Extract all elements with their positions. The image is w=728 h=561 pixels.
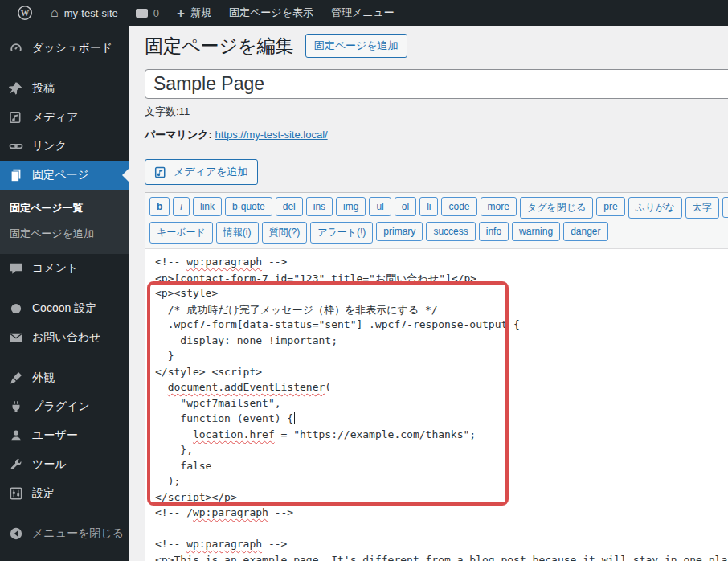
editor-line: <!-- wp:paragraph --> xyxy=(155,256,727,272)
editor-line: function (event) { xyxy=(155,412,727,428)
quicktag-button-タグを閉じる[interactable]: タグを閉じる xyxy=(520,197,593,219)
permalink-row: パーマリンク: https://my-test-site.local/ xyxy=(145,128,728,142)
quicktag-button-li[interactable]: li xyxy=(419,197,438,216)
submenu-item[interactable]: 固定ページを追加 xyxy=(0,221,129,247)
quicktag-button-太字[interactable]: 太字 xyxy=(685,197,719,219)
sidebar-item-label: 投稿 xyxy=(32,81,55,96)
dashboard-icon xyxy=(8,40,24,56)
sidebar-item-media[interactable]: メディア xyxy=(0,103,129,132)
sidebar-item-label: 設定 xyxy=(32,486,55,501)
permalink-link[interactable]: https://my-test-site.local/ xyxy=(215,129,327,141)
sidebar-item-label: リンク xyxy=(32,139,67,154)
sidebar-item-plug[interactable]: プラグイン xyxy=(0,392,129,421)
quicktag-button-ul[interactable]: ul xyxy=(369,197,391,216)
quicktag-button-ins[interactable]: ins xyxy=(306,197,333,216)
add-media-label: メディアを追加 xyxy=(174,165,248,179)
editor-line: .wpcf7-form[data-status="sent"] .wpcf7-r… xyxy=(155,318,727,334)
editor-line: </style> <script> xyxy=(155,366,727,382)
quicktag-button-ふりがな[interactable]: ふりがな xyxy=(628,197,682,219)
quicktag-button-pre[interactable]: pre xyxy=(596,197,624,216)
sidebar-item-label: ユーザー xyxy=(32,428,78,443)
quicktag-button-primary[interactable]: primary xyxy=(376,222,423,241)
sidebar-item-settings[interactable]: 設定 xyxy=(0,479,129,508)
admin-bar-admin-menu[interactable]: 管理メニュー xyxy=(322,0,403,26)
quicktag-button-img[interactable]: img xyxy=(336,197,366,216)
toolbar-row-1: bilinkb-quotedelinsimgulollicodemoreタグを閉… xyxy=(149,195,728,220)
comment-icon xyxy=(8,260,24,276)
add-page-button[interactable]: 固定ページを追加 xyxy=(305,34,407,58)
quicktag-button-b[interactable]: b xyxy=(149,197,170,216)
text-editor: bilinkb-quotedelinsimgulollicodemoreタグを閉… xyxy=(145,192,728,561)
sidebar-item-pushpin[interactable]: 投稿 xyxy=(0,74,129,103)
quicktag-button-code[interactable]: code xyxy=(441,197,476,216)
editor-line: <p>This is an example page. It's differe… xyxy=(155,554,727,561)
editor-line: </script></p> xyxy=(155,491,727,507)
quicktag-button-b-quote[interactable]: b-quote xyxy=(225,197,272,216)
submenu-item[interactable]: 固定ページ一覧 xyxy=(0,195,129,221)
quicktag-button-more[interactable]: more xyxy=(481,197,517,216)
new-label: 新規 xyxy=(190,6,211,20)
brush-icon xyxy=(8,370,24,386)
settings-icon xyxy=(8,485,24,502)
sidebar-item-dashboard[interactable]: ダッシュボード xyxy=(0,34,129,63)
quicktag-button-info[interactable]: info xyxy=(479,222,509,241)
links-icon xyxy=(8,138,24,154)
admin-bar-view-page[interactable]: 固定ページを表示 xyxy=(220,0,322,26)
sidebar-item-label: お問い合わせ xyxy=(32,330,100,345)
site-name: my-test-site xyxy=(64,7,118,19)
editor-line: ); xyxy=(155,475,727,491)
editor-line: "wpcf7mailsent", xyxy=(155,397,727,413)
sidebar-item-label: ツール xyxy=(32,457,67,472)
sidebar-item-collapse[interactable]: メニューを閉じる xyxy=(0,519,129,548)
sidebar-item-label: メディア xyxy=(32,110,78,125)
sidebar-item-comment[interactable]: コメント xyxy=(0,254,129,283)
post-title-input[interactable] xyxy=(145,69,728,99)
admin-bar-site-menu[interactable]: ⌂ my-test-site xyxy=(42,0,127,26)
text-caret xyxy=(294,412,295,424)
sidebar-item-user[interactable]: ユーザー xyxy=(0,421,129,450)
quicktag-button-質問(?)[interactable]: 質問(?) xyxy=(262,222,308,244)
wordpress-logo-icon[interactable]: W xyxy=(8,0,42,26)
editor-textarea[interactable]: <!-- wp:paragraph --><p>[contact-form-7 … xyxy=(145,249,728,561)
quicktags-toolbar: bilinkb-quotedelinsimgulollicodemoreタグを閉… xyxy=(145,193,728,249)
editor-line: false xyxy=(155,460,727,476)
page-title: 固定ページを編集 xyxy=(145,34,294,59)
sidebar-item-envelope[interactable]: お問い合わせ xyxy=(0,323,129,352)
home-icon: ⌂ xyxy=(51,6,59,19)
plus-icon: + xyxy=(177,6,185,20)
sidebar-item-label: 固定ページ xyxy=(32,168,89,182)
sidebar-item-pages[interactable]: 固定ページ xyxy=(0,161,129,190)
quicktag-button-ol[interactable]: ol xyxy=(395,197,416,216)
editor-line: location.href = "https://example.com/tha… xyxy=(155,428,727,444)
sidebar-item-label: ダッシュボード xyxy=(32,41,112,55)
admin-menu-label: 管理メニュー xyxy=(331,6,395,20)
sidebar-item-circle[interactable]: Cocoon 設定 xyxy=(0,294,129,323)
quicktag-button-danger[interactable]: danger xyxy=(563,222,607,241)
sidebar-item-label: メニューを閉じる xyxy=(32,526,124,541)
sidebar-item-brush[interactable]: 外観 xyxy=(0,363,129,392)
quicktag-button-link[interactable]: link xyxy=(193,197,222,216)
quicktag-button-warning[interactable]: warning xyxy=(512,222,560,241)
quicktag-button-キーボード[interactable]: キーボード xyxy=(149,222,213,244)
admin-bar-comments[interactable]: 0 xyxy=(127,0,168,26)
sidebar-item-links[interactable]: リンク xyxy=(0,132,129,161)
quicktag-button-del[interactable]: del xyxy=(276,197,303,216)
quicktag-button-clipped[interactable] xyxy=(722,197,728,218)
comment-count: 0 xyxy=(153,7,159,19)
pushpin-icon xyxy=(8,80,24,96)
sidebar-item-label: Cocoon 設定 xyxy=(32,301,96,316)
admin-bar-new[interactable]: + 新規 xyxy=(168,0,220,26)
sidebar-item-wrench[interactable]: ツール xyxy=(0,450,129,479)
editor-line: <!-- wp:paragraph --> xyxy=(155,538,727,554)
add-media-button[interactable]: メディアを追加 xyxy=(145,159,258,185)
quicktag-button-アラート(!)[interactable]: アラート(!) xyxy=(310,222,373,244)
quicktag-button-情報(i)[interactable]: 情報(i) xyxy=(216,222,259,244)
main-content: 固定ページを編集 固定ページを追加 文字数:11 パーマリンク: https:/… xyxy=(129,26,728,561)
editor-line: document.addEventListener( xyxy=(155,381,727,397)
spellcheck-underline: wp:paragraph xyxy=(186,256,262,268)
pages-submenu: 固定ページ一覧固定ページを追加 xyxy=(0,190,129,254)
spellcheck-underline: wp:paragraph xyxy=(193,506,268,518)
editor-line: <p>[contact-form-7 id="123" title="お問い合わ… xyxy=(155,272,727,288)
quicktag-button-success[interactable]: success xyxy=(426,222,475,241)
quicktag-button-i[interactable]: i xyxy=(173,197,190,216)
